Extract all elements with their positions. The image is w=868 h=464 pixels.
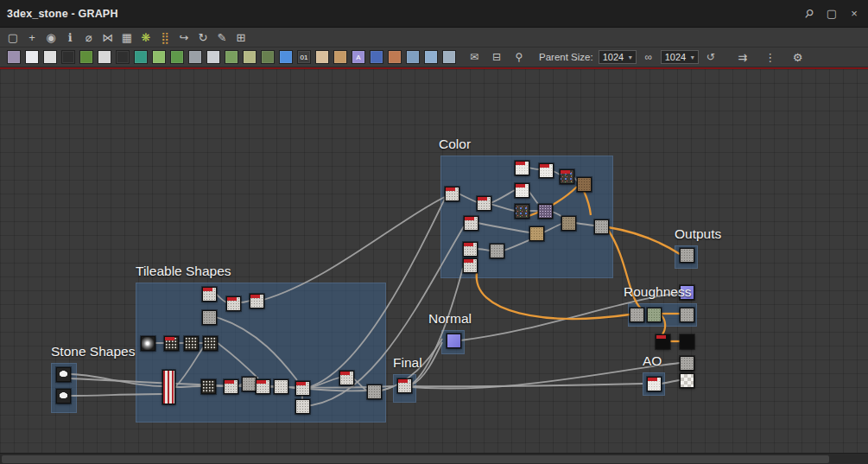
- graph-node-gray[interactable]: [594, 219, 609, 234]
- connector-icon[interactable]: ↪: [176, 29, 192, 45]
- normal-icon[interactable]: [279, 50, 293, 64]
- image-frame-icon[interactable]: ⊞: [233, 29, 249, 45]
- comment-icon[interactable]: ✉: [466, 49, 482, 65]
- graph-node-noise[interactable]: [463, 258, 478, 273]
- grayscale-conversion-icon[interactable]: [243, 50, 257, 64]
- graph-node-noise[interactable]: [397, 378, 412, 393]
- graph-node-gray[interactable]: [242, 377, 257, 391]
- pencil-icon[interactable]: ✎: [214, 29, 230, 45]
- graph-node-black[interactable]: [680, 334, 694, 349]
- fx-map-icon[interactable]: [370, 50, 383, 64]
- graph-node-white[interactable]: [515, 183, 529, 198]
- graph-node-normalmap[interactable]: [680, 285, 694, 300]
- marquee-select-icon[interactable]: ▢: [5, 29, 21, 45]
- graph-node-tan[interactable]: [529, 226, 544, 241]
- graph-node-checker[interactable]: [680, 373, 694, 388]
- graph-node-glowdot[interactable]: [141, 336, 155, 351]
- graph-node-noise[interactable]: [256, 379, 270, 394]
- graph-node-blob[interactable]: [56, 367, 71, 382]
- graph-node-gray[interactable]: [680, 248, 694, 263]
- graph-node-noise[interactable]: [464, 216, 478, 231]
- palette-dots-icon[interactable]: ⣿: [157, 29, 173, 45]
- maximize-icon[interactable]: ▢: [825, 7, 839, 20]
- graph-node-noise[interactable]: [250, 294, 264, 308]
- graph-node-gray[interactable]: [680, 308, 694, 322]
- grid-snap-icon[interactable]: ▦: [119, 29, 135, 45]
- dot-node-icon[interactable]: [442, 50, 456, 64]
- reset-size-icon[interactable]: ↺: [704, 51, 718, 63]
- blur-icon[interactable]: [43, 50, 57, 64]
- graph-node-brown2[interactable]: [561, 216, 576, 231]
- info-icon[interactable]: ℹ: [62, 29, 78, 45]
- graph-node-noise[interactable]: [295, 381, 310, 396]
- pin-icon[interactable]: ⚲: [802, 7, 816, 20]
- graph-node-noise[interactable]: [445, 187, 459, 201]
- sharpen-icon[interactable]: [116, 50, 130, 64]
- engine-icon[interactable]: ❋: [138, 29, 154, 45]
- graph-node-white[interactable]: [515, 161, 529, 175]
- link-nodes-icon[interactable]: ⋈: [100, 29, 116, 45]
- directional-blur-icon[interactable]: [61, 50, 75, 64]
- graph-node-normalmap[interactable]: [447, 334, 461, 348]
- search-icon[interactable]: ⌀: [81, 29, 97, 45]
- graph-node-gray[interactable]: [630, 308, 644, 322]
- graph-node-noise[interactable]: [477, 196, 491, 211]
- graph-node-gray[interactable]: [490, 244, 504, 258]
- levels-icon[interactable]: [98, 50, 111, 64]
- pixel-processor-icon[interactable]: 01: [297, 50, 311, 64]
- svg-icon[interactable]: [25, 50, 39, 64]
- graph-node-noise[interactable]: [295, 399, 310, 414]
- graph-node-speckle[interactable]: [184, 336, 199, 351]
- graph-node-noise[interactable]: [463, 242, 478, 257]
- graph-node-black[interactable]: [656, 334, 670, 349]
- wire[interactable]: [288, 387, 295, 388]
- emboss-icon[interactable]: [206, 50, 220, 64]
- close-icon[interactable]: ×: [847, 7, 861, 20]
- graph-node-speckle[interactable]: [201, 379, 216, 394]
- graph-node-gray[interactable]: [367, 385, 382, 399]
- distance-icon[interactable]: [188, 50, 202, 64]
- vertical-dots-icon[interactable]: ⋮: [763, 49, 778, 65]
- graph-node-colornoise2[interactable]: [538, 204, 553, 219]
- wire[interactable]: [175, 386, 201, 387]
- graph-node-noise[interactable]: [202, 287, 217, 302]
- transformation-icon[interactable]: [315, 50, 329, 64]
- graph-node-noise[interactable]: [339, 371, 354, 385]
- pin-node-icon[interactable]: ⚲: [511, 49, 527, 65]
- parent-height-dropdown[interactable]: 1024▾: [661, 50, 699, 64]
- graph-node-brown[interactable]: [577, 177, 592, 192]
- graph-node-noisegreen[interactable]: [647, 308, 662, 322]
- gear-icon[interactable]: ⚙: [790, 49, 806, 65]
- graph-node-noise[interactable]: [274, 379, 288, 394]
- text-icon[interactable]: A: [352, 50, 365, 64]
- link-size-icon[interactable]: ∞: [642, 51, 656, 63]
- frame-icon[interactable]: ⊟: [489, 49, 504, 65]
- rotate-icon[interactable]: ↻: [195, 29, 211, 45]
- hsl-icon[interactable]: [261, 50, 275, 64]
- graph-node-gray[interactable]: [680, 356, 694, 371]
- blend-icon[interactable]: [134, 50, 148, 64]
- graph-node-white[interactable]: [647, 377, 662, 391]
- curve-icon[interactable]: [79, 50, 93, 64]
- camera-icon[interactable]: ◉: [43, 29, 59, 45]
- bitmap-icon[interactable]: [7, 50, 21, 64]
- passthrough-icon[interactable]: [424, 50, 438, 64]
- gradient-map-icon[interactable]: [152, 50, 166, 64]
- graph-node-noise[interactable]: [226, 296, 241, 311]
- graph-node-colornoise[interactable]: [515, 204, 529, 219]
- directional-warp-icon[interactable]: [170, 50, 184, 64]
- graph-node-noise[interactable]: [224, 379, 238, 394]
- graph-node-colornoise[interactable]: [560, 169, 574, 184]
- graph-node-redstripe[interactable]: [162, 370, 175, 404]
- graph-node-gray[interactable]: [202, 310, 217, 325]
- scrollbar-thumb[interactable]: [2, 455, 829, 463]
- graph-node-blob[interactable]: [56, 389, 71, 404]
- parent-width-dropdown[interactable]: 1024▾: [599, 50, 637, 64]
- graph-node-white[interactable]: [539, 163, 554, 178]
- value-processor-icon[interactable]: [406, 50, 420, 64]
- warp-icon[interactable]: [225, 50, 238, 64]
- double-chevron-icon[interactable]: ⇉: [735, 49, 751, 65]
- graph-node-speckle[interactable]: [164, 336, 179, 351]
- uniform-color-icon[interactable]: [333, 50, 347, 64]
- curvature-icon[interactable]: [388, 50, 402, 64]
